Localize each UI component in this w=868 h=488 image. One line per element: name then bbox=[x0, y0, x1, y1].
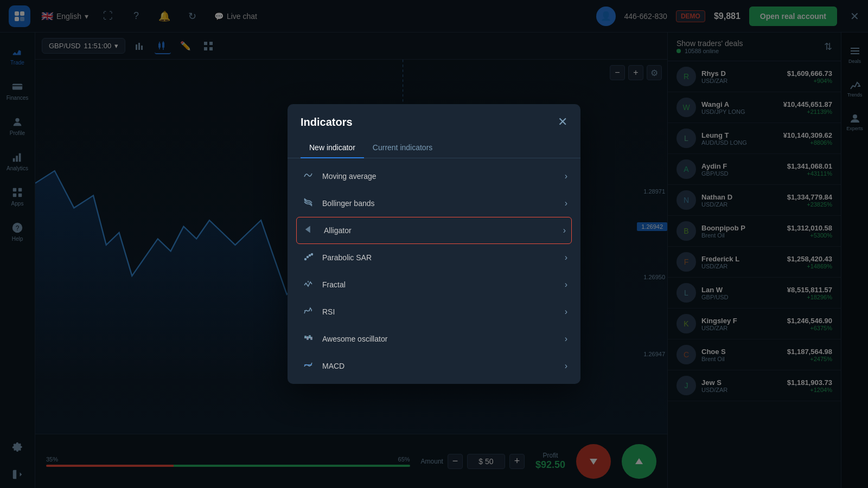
indicators-modal: Indicators ✕ New indicator Current indic… bbox=[288, 104, 580, 384]
indicator-label: Bollinger bands bbox=[322, 199, 565, 208]
modal-header: Indicators ✕ bbox=[288, 104, 580, 129]
indicator-item-macd[interactable]: MACD › bbox=[288, 352, 580, 380]
svg-point-40 bbox=[305, 259, 307, 260]
svg-point-41 bbox=[307, 256, 309, 258]
indicator-item-moving-average[interactable]: Moving average › bbox=[288, 163, 580, 190]
modal-title: Indicators bbox=[301, 116, 353, 129]
modal-tabs: New indicator Current indicators bbox=[288, 138, 580, 158]
indicator-icon bbox=[301, 252, 316, 264]
indicator-icon bbox=[301, 306, 316, 318]
indicator-label: Moving average bbox=[322, 172, 565, 181]
svg-rect-50 bbox=[311, 337, 312, 339]
indicator-arrow: › bbox=[565, 280, 567, 290]
indicator-icon bbox=[301, 170, 316, 182]
indicator-arrow: › bbox=[565, 307, 567, 317]
svg-rect-47 bbox=[305, 336, 306, 338]
svg-marker-39 bbox=[306, 227, 310, 232]
svg-rect-48 bbox=[307, 337, 308, 339]
indicator-label: Alligator bbox=[324, 226, 563, 235]
indicator-arrow: › bbox=[565, 171, 567, 181]
indicator-arrow: › bbox=[563, 226, 566, 235]
tab-current-indicators[interactable]: Current indicators bbox=[364, 138, 442, 158]
indicator-arrow: › bbox=[565, 198, 567, 208]
indicator-label: MACD bbox=[322, 362, 565, 370]
tab-new-indicator[interactable]: New indicator bbox=[301, 138, 364, 158]
indicator-item-parabolic-sar[interactable]: Parabolic SAR › bbox=[288, 244, 580, 271]
indicator-icon bbox=[301, 279, 316, 291]
indicator-icon bbox=[302, 224, 317, 236]
indicator-item-rsi[interactable]: RSI › bbox=[288, 298, 580, 325]
modal-close-button[interactable]: ✕ bbox=[558, 115, 567, 129]
svg-point-42 bbox=[309, 255, 311, 256]
indicator-icon bbox=[301, 333, 316, 345]
svg-point-43 bbox=[311, 254, 313, 255]
indicator-item-awesome-oscillator[interactable]: Awesome oscillator › bbox=[288, 325, 580, 352]
indicator-icon bbox=[301, 197, 316, 209]
indicator-label: RSI bbox=[322, 307, 565, 316]
indicator-label: Awesome oscillator bbox=[322, 335, 565, 343]
indicator-label: Fractal bbox=[322, 280, 565, 289]
indicator-arrow: › bbox=[565, 361, 567, 371]
svg-rect-49 bbox=[309, 336, 310, 338]
indicator-item-bollinger-bands[interactable]: Bollinger bands › bbox=[288, 190, 580, 217]
indicator-item-alligator[interactable]: Alligator › bbox=[296, 217, 572, 244]
indicator-arrow: › bbox=[565, 334, 567, 344]
indicators-list: Moving average › Bollinger bands › Allig… bbox=[288, 158, 580, 384]
modal-overlay: Indicators ✕ New indicator Current indic… bbox=[0, 0, 868, 488]
indicator-icon bbox=[301, 360, 316, 372]
indicator-arrow: › bbox=[565, 253, 567, 262]
indicator-label: Parabolic SAR bbox=[322, 253, 565, 262]
indicator-item-fractal[interactable]: Fractal › bbox=[288, 271, 580, 298]
